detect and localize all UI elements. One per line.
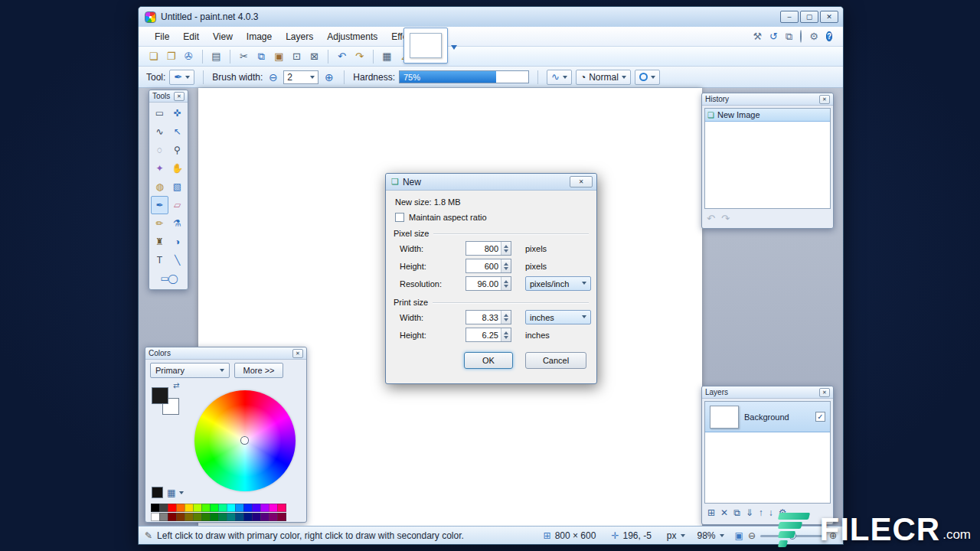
move-selection-tool[interactable]: ↖ <box>168 122 186 141</box>
help-icon[interactable]: ? <box>826 31 832 42</box>
history-redo-button[interactable]: ↷ <box>721 213 730 224</box>
color-swatch[interactable] <box>277 513 286 521</box>
gradient-tool[interactable]: ▧ <box>168 178 186 196</box>
deselect-button[interactable]: ⊠ <box>305 48 323 64</box>
clone-stamp-tool[interactable]: ♜ <box>151 233 168 251</box>
palette-menu-icon[interactable]: ▦ <box>167 487 175 498</box>
unit-selector[interactable]: px <box>667 530 685 541</box>
crop-to-selection-button[interactable]: ⊡ <box>288 48 305 64</box>
copy-button[interactable]: ⧉ <box>253 48 270 64</box>
layer-row-background[interactable]: Background ✓ <box>705 402 830 432</box>
print-width-unit-dropdown[interactable]: inches <box>525 310 591 324</box>
colors-palette-close-icon[interactable]: ✕ <box>292 349 303 358</box>
fit-to-window-icon[interactable]: ▣ <box>735 530 743 541</box>
pixel-width-input[interactable]: 800 <box>466 241 511 256</box>
undo-button[interactable]: ↶ <box>333 48 351 64</box>
new-file-button[interactable]: ❏ <box>145 48 162 64</box>
pencil-tool[interactable]: ✏ <box>151 214 168 233</box>
minimize-button[interactable]: – <box>780 11 799 23</box>
print-height-input[interactable]: 6.25 <box>466 328 511 342</box>
brush-width-decrease-button[interactable]: ⊖ <box>266 70 279 83</box>
history-window-toggle-icon[interactable]: ↺ <box>769 31 778 41</box>
add-layer-button[interactable]: ⊞ <box>707 508 715 517</box>
spinner-icon[interactable] <box>501 277 511 290</box>
settings-gear-icon[interactable]: ⚙ <box>809 31 818 41</box>
delete-layer-button[interactable]: ✕ <box>720 508 728 517</box>
tools-palette-close-icon[interactable]: ✕ <box>174 92 185 101</box>
save-button[interactable]: ✇ <box>180 48 198 64</box>
history-palette-titlebar[interactable]: History ✕ <box>702 93 833 106</box>
menu-file[interactable]: File <box>148 29 176 44</box>
maintain-aspect-checkbox[interactable] <box>395 213 404 222</box>
pan-tool[interactable]: ✋ <box>168 159 186 178</box>
dialog-close-button[interactable]: ✕ <box>570 176 593 187</box>
pixel-height-input[interactable]: 600 <box>466 259 511 273</box>
eraser-tool[interactable]: ▱ <box>168 196 186 214</box>
layers-palette-close-icon[interactable]: ✕ <box>819 388 830 397</box>
print-button[interactable]: ▤ <box>207 48 225 64</box>
tool-selector-dropdown[interactable]: ✒ <box>169 70 194 85</box>
color-wheel[interactable] <box>194 390 296 491</box>
color-picker-tool[interactable]: ⚗ <box>168 214 186 233</box>
menu-image[interactable]: Image <box>240 29 279 44</box>
spinner-icon[interactable] <box>501 259 511 272</box>
merge-layer-down-button[interactable]: ⇓ <box>746 508 753 517</box>
move-layer-up-button[interactable]: ↑ <box>759 508 763 517</box>
maximize-button[interactable]: ▢ <box>800 11 818 23</box>
tools-palette-titlebar[interactable]: Tools ✕ <box>149 90 188 103</box>
more-options-button[interactable]: More >> <box>234 363 283 378</box>
text-tool[interactable]: T <box>151 251 168 269</box>
titlebar[interactable]: Untitled - paint.net 4.0.3 – ▢ ✕ <box>139 7 843 27</box>
paint-bucket-tool[interactable]: ◍ <box>151 178 168 196</box>
open-file-button[interactable]: ❐ <box>162 48 180 64</box>
rectangle-select-tool[interactable]: ▭ <box>151 104 168 122</box>
history-undo-button[interactable]: ↶ <box>707 213 715 224</box>
paintbrush-tool[interactable]: ✒ <box>151 196 168 214</box>
cancel-button[interactable]: Cancel <box>525 352 586 369</box>
primary-color-swatch[interactable] <box>152 387 168 404</box>
blend-mode-dropdown[interactable]: ◔ Normal <box>576 70 631 85</box>
antialiasing-dropdown[interactable] <box>635 70 660 85</box>
menu-adjustments[interactable]: Adjustments <box>320 29 384 44</box>
spinner-icon[interactable] <box>501 242 511 255</box>
layers-window-toggle-icon[interactable]: ⧉ <box>786 31 792 41</box>
print-width-input[interactable]: 8.33 <box>466 310 511 324</box>
ellipse-select-tool[interactable]: ◌ <box>151 141 168 159</box>
lasso-select-tool[interactable]: ∿ <box>151 122 168 141</box>
colors-window-toggle-icon[interactable] <box>800 31 802 41</box>
dialog-titlebar[interactable]: ❏ New ✕ <box>386 174 596 191</box>
menu-layers[interactable]: Layers <box>279 29 320 44</box>
history-palette-close-icon[interactable]: ✕ <box>819 95 830 104</box>
line-curve-tool[interactable]: ╲ <box>168 251 186 269</box>
layers-palette-titlebar[interactable]: Layers ✕ <box>702 386 833 399</box>
zoom-indicator[interactable]: 98% <box>697 530 724 541</box>
recolor-tool[interactable]: ◑ <box>168 233 186 251</box>
paste-button[interactable]: ▣ <box>270 48 288 64</box>
ok-button[interactable]: OK <box>464 352 513 369</box>
move-layer-down-button[interactable]: ↓ <box>769 508 773 517</box>
pixel-grid-toggle-button[interactable]: ▦ <box>378 48 396 64</box>
spinner-icon[interactable] <box>501 328 511 341</box>
color-swatch[interactable] <box>277 504 286 512</box>
menu-edit[interactable]: Edit <box>176 29 206 44</box>
chevron-down-icon[interactable] <box>179 491 184 497</box>
swap-colors-icon[interactable]: ⇄ <box>173 381 179 390</box>
resolution-unit-dropdown[interactable]: pixels/inch <box>525 276 591 291</box>
spinner-icon[interactable] <box>501 311 511 324</box>
cut-button[interactable]: ✂ <box>235 48 253 64</box>
layer-visibility-checkbox[interactable]: ✓ <box>815 412 825 422</box>
close-button[interactable]: ✕ <box>820 11 838 23</box>
stroke-style-dropdown[interactable]: ∿ <box>547 70 572 85</box>
tools-window-toggle-icon[interactable]: ⚒ <box>753 31 762 41</box>
hardness-slider[interactable]: 75% <box>399 70 529 83</box>
image-list-dropdown-icon[interactable] <box>451 45 457 53</box>
history-entry-new-image[interactable]: ❏ New Image <box>705 109 830 122</box>
menu-view[interactable]: View <box>206 29 240 44</box>
brush-width-increase-button[interactable]: ⊕ <box>322 70 335 83</box>
zoom-out-icon[interactable]: ⊖ <box>748 530 756 541</box>
zoom-tool[interactable]: ⚲ <box>168 141 186 159</box>
colors-palette-titlebar[interactable]: Colors ✕ <box>145 347 306 360</box>
duplicate-layer-button[interactable]: ⧉ <box>733 508 740 517</box>
image-thumbnail-tab[interactable] <box>403 28 448 64</box>
move-selected-pixels-tool[interactable]: ✜ <box>168 104 186 122</box>
